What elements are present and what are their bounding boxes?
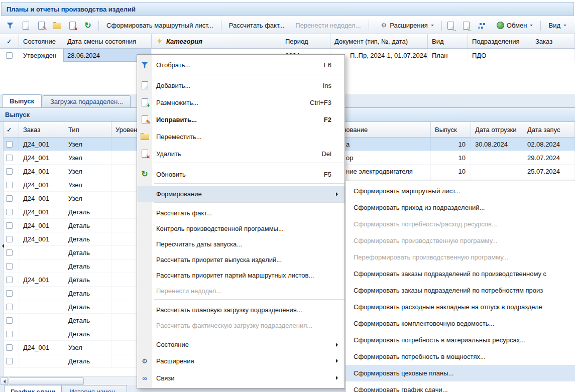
row-checkbox[interactable]: [6, 168, 13, 175]
row-checkbox[interactable]: [6, 290, 13, 297]
type-cell: Узел: [64, 178, 111, 191]
order-cell: [531, 49, 575, 62]
route-sheet-button[interactable]: Сформировать маршрутный лист...: [101, 19, 219, 32]
row-checkbox[interactable]: [6, 277, 13, 283]
column-header[interactable]: ✓: [0, 34, 19, 48]
submenu-item[interactable]: Сформировать цеховые планы...: [346, 365, 575, 381]
tab-vypusk[interactable]: Выпуск: [2, 94, 42, 107]
scroll-left-icon[interactable]: [1, 377, 8, 385]
submenu-item[interactable]: Сформировать маршрутный лист...: [346, 183, 575, 199]
context-menu-item[interactable]: Формирование: [137, 186, 344, 202]
row-checkbox[interactable]: [6, 182, 13, 188]
submenu-item[interactable]: Сформировать потребность в материальных …: [346, 332, 575, 348]
context-menu-item[interactable]: Расширения: [137, 352, 344, 369]
view-dropdown[interactable]: Вид: [543, 19, 572, 32]
scrollbar-thumb[interactable]: [9, 377, 84, 385]
row-checkbox[interactable]: [6, 317, 13, 324]
context-menu-item[interactable]: Исправить... F2: [137, 111, 344, 128]
state-cell: Утвержден: [19, 49, 63, 62]
toolbar-item-label: Расширения: [390, 22, 428, 29]
type-cell: Узел: [64, 151, 111, 164]
submenu-item: Сформировать потребность/расход ресурсов…: [346, 216, 575, 232]
tab-zagruzka[interactable]: Загрузка подразделен...: [43, 95, 131, 107]
row-checkbox[interactable]: [6, 236, 13, 242]
export-button[interactable]: [444, 19, 459, 32]
column-header[interactable]: Категория: [152, 34, 281, 48]
row-checkbox[interactable]: [6, 209, 13, 215]
context-menu-item[interactable]: Контроль производственной программы...: [137, 221, 344, 236]
row-checkbox[interactable]: [6, 52, 13, 59]
extensions-dropdown[interactable]: Расширения: [374, 19, 439, 32]
context-menu-item[interactable]: Отобрать... F6: [137, 56, 344, 73]
filter-button[interactable]: [3, 19, 19, 32]
type-cell: Деталь: [64, 219, 111, 232]
submenu-item[interactable]: Сформировать график сдачи...: [346, 381, 575, 392]
row-checkbox[interactable]: [6, 222, 13, 229]
pane-splitter[interactable]: [0, 122, 4, 376]
column-header[interactable]: Заказ: [19, 122, 64, 137]
row-checkbox[interactable]: [6, 263, 13, 270]
tab-grafik-sdachi[interactable]: График сдачи: [4, 385, 62, 392]
shortcut-label: Del: [309, 150, 331, 158]
move-button[interactable]: [50, 19, 65, 32]
column-header[interactable]: Вид: [428, 34, 468, 48]
output-cell: 10: [431, 138, 471, 151]
import-button[interactable]: [459, 19, 475, 32]
column-header[interactable]: Период: [281, 34, 330, 48]
output-cell: 10: [431, 165, 471, 178]
add-button[interactable]: [19, 19, 34, 32]
exchange-dropdown[interactable]: Обмен: [491, 19, 539, 32]
context-menu-item[interactable]: Добавить... Ins: [137, 77, 344, 94]
row-checkbox[interactable]: [6, 249, 13, 256]
context-menu-item[interactable]: Удалить Del: [137, 145, 344, 162]
submenu-item[interactable]: Сформировать потребность в мощностях...: [346, 348, 575, 365]
context-menu-item[interactable]: Рассчитать приоритет партий маршрутных л…: [137, 268, 344, 283]
context-menu-item[interactable]: Связи: [137, 369, 344, 386]
formirovanie-submenu: Сформировать маршрутный лист... Сформиро…: [345, 181, 575, 392]
context-menu-item[interactable]: Рассчитать факт...: [137, 205, 344, 221]
carry-over-button: Перенести недодел...: [290, 19, 366, 32]
column-header[interactable]: Дата запус: [523, 122, 575, 137]
context-menu-item[interactable]: Размножить... Ctrl+F3: [137, 94, 344, 111]
folder-icon: [52, 21, 61, 30]
row-checkbox[interactable]: [6, 304, 13, 310]
column-header[interactable]: Выпуск: [431, 122, 471, 137]
calc-fact-button[interactable]: Рассчитать факт...: [223, 19, 290, 32]
context-menu-item[interactable]: Обновить F5: [137, 166, 344, 183]
type-cell: Деталь: [64, 232, 111, 245]
structure-button[interactable]: [475, 19, 491, 32]
tab-istoriya[interactable]: История измен...: [63, 385, 127, 392]
column-header[interactable]: Подразделения: [468, 34, 531, 48]
plans-table-header: ✓ Состояние Дата смены состояния Категор…: [0, 34, 575, 49]
context-menu-item[interactable]: Пересчитать даты запуска...: [137, 236, 344, 252]
column-header[interactable]: Дата смены состояния: [63, 34, 152, 48]
refresh-button[interactable]: [81, 19, 96, 32]
order-cell: Д24_001: [19, 205, 64, 218]
delete-button[interactable]: [65, 19, 81, 32]
app-window: Планы и отчеты производства изделий: [0, 0, 575, 392]
submenu-item[interactable]: Сформировать заказы подразделений по про…: [346, 266, 575, 282]
submenu-item[interactable]: Сформировать расходные накладные на отпу…: [346, 299, 575, 315]
context-menu-item[interactable]: Состояние: [137, 337, 344, 352]
row-checkbox[interactable]: [6, 155, 13, 161]
order-cell: Д24_001: [19, 165, 64, 178]
row-checkbox[interactable]: [6, 358, 13, 364]
submenu-item[interactable]: Сформировать приход из подразделений...: [346, 199, 575, 216]
column-header[interactable]: Тип: [64, 122, 111, 137]
context-menu-item[interactable]: Рассчитать приоритет выпуска изделий...: [137, 252, 344, 268]
row-checkbox[interactable]: [6, 195, 13, 202]
edit-button[interactable]: [34, 19, 50, 32]
row-checkbox[interactable]: [6, 141, 13, 148]
column-header[interactable]: Дата отгрузки: [471, 122, 523, 137]
submenu-item[interactable]: Сформировать комплектовочную ведомость..…: [346, 315, 575, 332]
column-header[interactable]: Документ (тип, №, дата): [330, 34, 428, 48]
order-cell: Д24_001: [19, 273, 64, 286]
row-checkbox[interactable]: [6, 331, 13, 337]
column-header[interactable]: Заказ: [531, 34, 575, 48]
row-checkbox[interactable]: [6, 344, 13, 351]
context-menu-item[interactable]: Переместить...: [137, 128, 344, 145]
submenu-item[interactable]: Сформировать заказы подразделений по пот…: [346, 282, 575, 299]
funnel-icon: [6, 21, 15, 30]
column-header[interactable]: Состояние: [19, 34, 63, 48]
context-menu-item[interactable]: Рассчитать плановую загрузку подразделен…: [137, 302, 344, 318]
